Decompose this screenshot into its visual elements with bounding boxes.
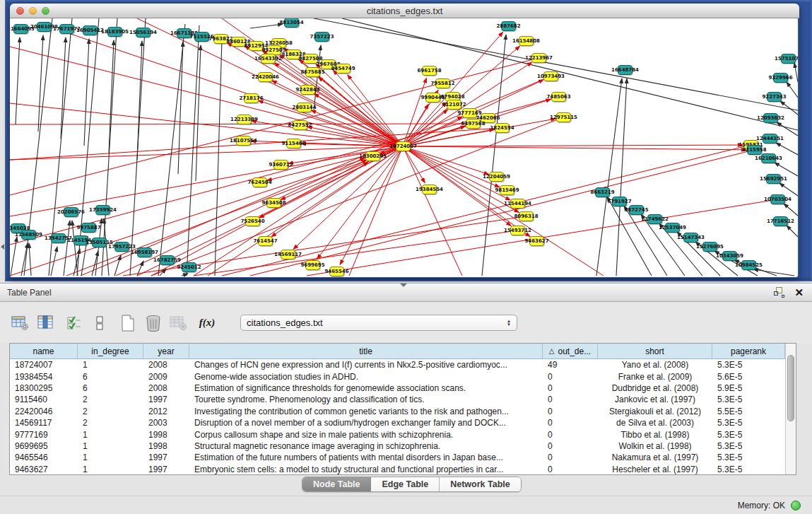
graph-node[interactable]: 22420046: [258, 72, 273, 82]
graph-node[interactable]: 7485063: [551, 92, 566, 102]
graph-node[interactable]: 2718176: [244, 93, 259, 103]
graph-node[interactable]: 7614547: [258, 236, 273, 246]
graph-node[interactable]: 18724007: [396, 141, 411, 151]
table-row[interactable]: 946362711997Embryonic stem cells: a mode…: [10, 464, 785, 474]
graph-node[interactable]: 2803144: [297, 103, 312, 112]
graph-node[interactable]: 9872745: [629, 205, 644, 215]
close-panel-icon[interactable]: ✕: [794, 287, 804, 298]
graph-node[interactable]: 16905412: [83, 25, 98, 35]
graph-node[interactable]: 11544194: [510, 199, 525, 209]
graph-node[interactable]: 8096318: [519, 211, 534, 221]
network-canvas[interactable]: 1872400716154808122139671097349374850631…: [10, 18, 798, 277]
graph-node[interactable]: 9242848: [300, 85, 315, 95]
graph-node[interactable]: 7624504: [252, 177, 267, 187]
graph-node[interactable]: 17671972: [59, 24, 74, 34]
graph-node[interactable]: 18183905: [107, 27, 122, 37]
graph-node[interactable]: 12537049: [665, 223, 680, 233]
column-header-pagerank[interactable]: pagerank: [712, 344, 785, 358]
graph-node[interactable]: 15493712: [510, 226, 525, 235]
tab-node-table[interactable]: Node Table: [302, 477, 371, 491]
table-mode-button[interactable]: [10, 313, 31, 334]
graph-node[interactable]: 8813054: [284, 18, 299, 28]
graph-node[interactable]: 12213389: [237, 115, 252, 124]
table-row[interactable]: 969969511998Structural magnetic resonanc…: [10, 440, 785, 452]
table-row[interactable]: 1938455462009Genome-wide association stu…: [10, 370, 785, 382]
graph-node[interactable]: 16782759: [160, 255, 175, 265]
table-row[interactable]: 946554611997Estimation of the future num…: [10, 452, 785, 463]
column-header-name[interactable]: name: [10, 344, 78, 358]
graph-node[interactable]: 6497568: [466, 119, 481, 129]
graph-node[interactable]: 10343059: [722, 251, 737, 261]
column-header-title[interactable]: title: [189, 344, 543, 358]
graph-node[interactable]: 9990448: [425, 93, 440, 103]
graph-node[interactable]: 13505115: [92, 238, 107, 247]
graph-node[interactable]: 17957223: [114, 242, 129, 252]
graph-node[interactable]: 9634508: [266, 198, 281, 208]
graph-node[interactable]: 15056194: [136, 28, 151, 37]
vertical-scrollbar[interactable]: [785, 344, 796, 474]
graph-node[interactable]: 20206576: [64, 207, 78, 217]
graph-node[interactable]: 9815469: [500, 185, 514, 195]
float-panel-icon[interactable]: [774, 287, 784, 298]
table-row[interactable]: 2242004622012Investigating the contribut…: [10, 406, 785, 417]
table-row[interactable]: 977716911998Corpus callosum shape and si…: [10, 428, 785, 440]
graph-node[interactable]: 12444151: [763, 134, 777, 144]
graph-node[interactable]: 8454749: [336, 64, 351, 74]
network-window-titlebar[interactable]: citations_edges.txt: [10, 4, 799, 18]
graph-node[interactable]: 9975887: [81, 223, 96, 233]
graph-node[interactable]: 6961758: [422, 66, 437, 76]
graph-node[interactable]: 21664093: [13, 24, 28, 34]
tab-edge-table[interactable]: Edge Table: [371, 477, 440, 491]
column-header-year[interactable]: year: [143, 344, 189, 358]
graph-node[interactable]: 10703504: [770, 194, 785, 204]
graph-node[interactable]: 12213967: [531, 53, 546, 63]
graph-node[interactable]: 13942757: [51, 233, 66, 243]
graph-node[interactable]: 18107554: [236, 136, 251, 146]
graph-node[interactable]: 17359924: [95, 205, 110, 215]
select-columns-button[interactable]: [64, 313, 85, 334]
graph-node[interactable]: 20461098: [37, 22, 52, 32]
graph-node[interactable]: 18300295: [365, 151, 380, 161]
graph-node[interactable]: 15276095: [702, 242, 717, 252]
graph-node[interactable]: 12975115: [556, 112, 571, 122]
graph-node[interactable]: 9463627: [529, 236, 544, 246]
panel-divider-grip[interactable]: [400, 284, 407, 287]
row-height-button[interactable]: [89, 313, 110, 334]
graph-node[interactable]: 6791927: [612, 197, 627, 206]
table-row[interactable]: 1456911722003Disruption of a novel membe…: [10, 417, 785, 428]
graph-node[interactable]: 2887682: [501, 21, 516, 31]
graph-node[interactable]: 12204059: [489, 172, 504, 182]
graph-node[interactable]: 14569117: [281, 250, 295, 259]
graph-node[interactable]: 11749622: [647, 214, 662, 224]
graph-node[interactable]: 15692951: [766, 174, 781, 184]
graph-node[interactable]: 12093832: [763, 113, 778, 123]
graph-node[interactable]: 15147343: [683, 233, 698, 243]
graph-node[interactable]: 7515526: [194, 32, 209, 42]
graph-node[interactable]: 7526540: [245, 216, 260, 226]
graph-node[interactable]: 7357223: [314, 32, 329, 42]
graph-node[interactable]: 9699695: [305, 260, 320, 270]
column-header-short[interactable]: short: [598, 344, 712, 358]
graph-node[interactable]: 9227343: [767, 92, 782, 102]
graph-node[interactable]: 17716512: [773, 216, 788, 226]
graph-node[interactable]: 19384554: [422, 185, 437, 194]
table-row[interactable]: 1830029562008Estimation of significance …: [10, 382, 785, 394]
graph-node[interactable]: 16958197: [137, 247, 152, 257]
show-column-button[interactable]: [35, 313, 57, 334]
graph-node[interactable]: 16210643: [761, 153, 776, 163]
graph-node[interactable]: 9245012: [182, 262, 196, 272]
table-row[interactable]: 911546021997Tourette syndrome. Phenomeno…: [10, 394, 785, 405]
graph-node[interactable]: 7955812: [435, 78, 450, 88]
graph-node[interactable]: 11568509: [21, 230, 36, 240]
graph-node[interactable]: 16543392: [261, 54, 276, 64]
graph-node[interactable]: 1824554: [495, 123, 510, 133]
graph-node[interactable]: 9329966: [773, 73, 788, 83]
graph-node[interactable]: 9465546: [329, 267, 344, 276]
graph-node[interactable]: 16154808: [519, 36, 534, 46]
graph-node[interactable]: 9360712: [273, 160, 288, 170]
column-header-out_de[interactable]: △out_de...: [543, 344, 598, 358]
graph-node[interactable]: 8215958: [747, 145, 762, 155]
graph-node[interactable]: 8675685: [305, 67, 320, 77]
table-source-dropdown[interactable]: citations_edges.txt ▲▼: [240, 315, 517, 331]
new-table-button[interactable]: [117, 313, 139, 334]
